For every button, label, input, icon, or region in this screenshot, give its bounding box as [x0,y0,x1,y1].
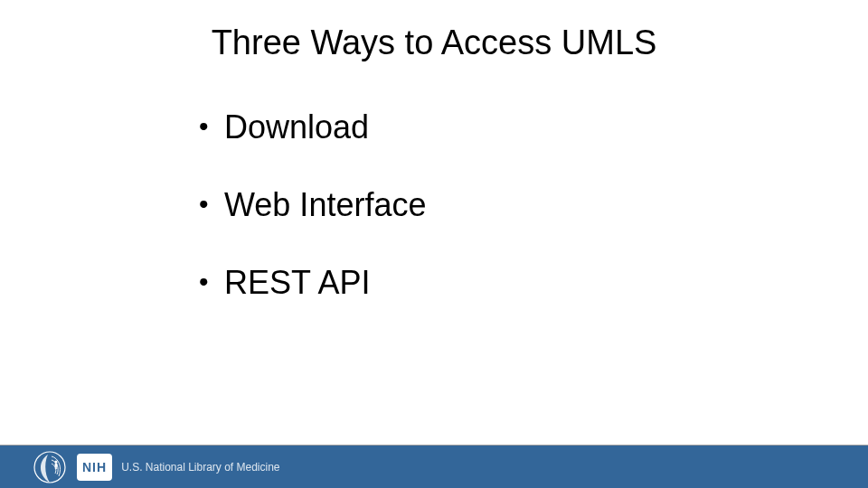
bullet-item: Download [199,108,426,146]
nih-logo-icon: NIH [77,454,112,481]
slide: Three Ways to Access UMLS Download Web I… [0,0,868,488]
svg-rect-4 [56,466,57,469]
footer-bar: NIH U.S. National Library of Medicine [0,445,868,488]
nlm-label: U.S. National Library of Medicine [121,461,279,474]
bullet-item: Web Interface [199,186,426,224]
footer: NIH U.S. National Library of Medicine [0,445,868,488]
bullet-list: Download Web Interface REST API [199,108,426,342]
svg-rect-3 [55,466,56,469]
hhs-logo-icon [32,449,68,485]
bullet-item: REST API [199,264,426,302]
slide-title: Three Ways to Access UMLS [0,23,868,62]
nih-badge-text: NIH [82,460,107,474]
svg-rect-2 [55,463,58,466]
svg-point-1 [54,460,57,463]
